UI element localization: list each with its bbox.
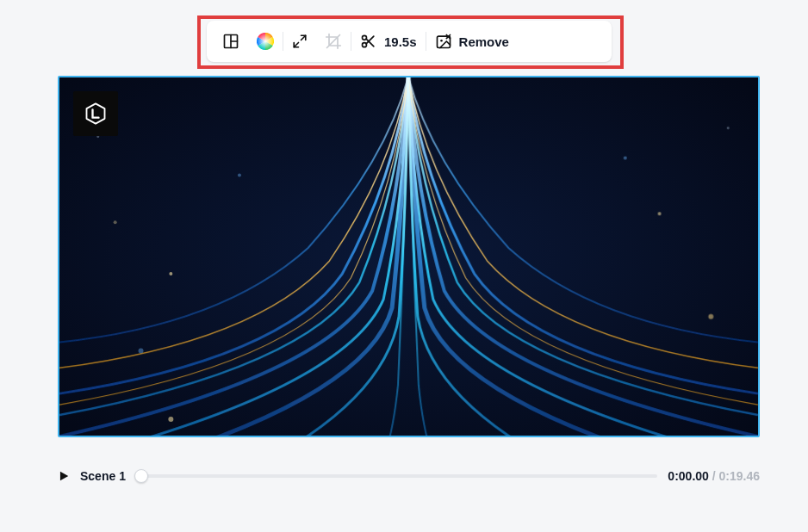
- timeline-track[interactable]: [141, 467, 657, 485]
- hex-logo-icon: [84, 102, 108, 126]
- color-button[interactable]: [248, 28, 283, 55]
- svg-point-18: [658, 212, 662, 215]
- crop-disabled-icon: [325, 33, 342, 50]
- crop-button[interactable]: [316, 28, 351, 55]
- svg-point-23: [114, 220, 117, 224]
- svg-point-24: [727, 127, 730, 129]
- time-total: 0:19.46: [719, 469, 760, 483]
- svg-point-19: [708, 314, 713, 319]
- scene-canvas[interactable]: [58, 76, 760, 437]
- svg-point-21: [238, 173, 241, 176]
- time-display: 0:00.00 / 0:19.46: [668, 469, 760, 483]
- svg-marker-27: [87, 103, 105, 123]
- trim-button[interactable]: 19.5s: [351, 28, 426, 55]
- logo-overlay[interactable]: [73, 91, 118, 136]
- remove-button-label: Remove: [459, 34, 509, 49]
- svg-point-17: [139, 348, 144, 353]
- trim-duration-label: 19.5s: [384, 34, 417, 49]
- remove-image-icon: [435, 33, 452, 50]
- play-icon: [58, 470, 70, 482]
- scene-label: Scene 1: [80, 469, 126, 483]
- svg-point-3: [257, 33, 274, 50]
- time-separator: /: [709, 469, 719, 483]
- svg-point-20: [624, 157, 627, 160]
- scissors-icon: [360, 33, 377, 50]
- scene-toolbar: 19.5s Remove: [207, 21, 612, 62]
- timeline-track-bar: [141, 474, 657, 478]
- scene-media-preview: [59, 77, 758, 436]
- play-button[interactable]: [58, 470, 70, 482]
- fit-button[interactable]: [283, 28, 316, 55]
- time-current: 0:00.00: [668, 469, 708, 483]
- svg-marker-28: [60, 472, 68, 481]
- timeline-playhead[interactable]: [134, 469, 148, 483]
- layout-button[interactable]: [214, 28, 248, 55]
- svg-point-12: [440, 40, 443, 42]
- layout-icon: [222, 33, 239, 50]
- timeline: Scene 1 0:00.00 / 0:19.46: [58, 459, 760, 493]
- svg-point-16: [169, 272, 172, 275]
- color-wheel-icon: [257, 33, 274, 50]
- svg-point-22: [168, 417, 173, 422]
- remove-button[interactable]: Remove: [426, 28, 518, 55]
- expand-icon: [292, 34, 308, 49]
